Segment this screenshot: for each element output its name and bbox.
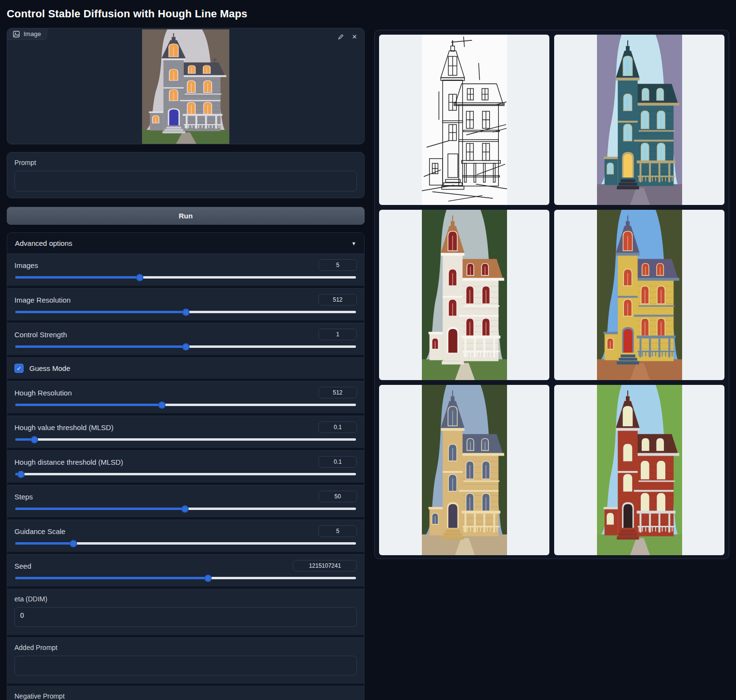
pencil-icon xyxy=(338,34,344,40)
slider-track[interactable] xyxy=(15,276,356,279)
input-image[interactable] xyxy=(142,29,229,144)
added-prompt-row: Added Prompt xyxy=(7,637,364,684)
gallery-item-result-3[interactable] xyxy=(554,210,724,380)
result-gallery xyxy=(374,30,729,559)
advanced-options-accordion: Advanced options ▼ Images5 Image Resolut… xyxy=(7,232,365,700)
slider-value-box[interactable]: 512 xyxy=(318,387,357,398)
gallery-item-hough-map[interactable] xyxy=(379,35,549,205)
slider-row-guidance-scale: Guidance Scale5 xyxy=(7,520,364,552)
slider-value-box[interactable]: 0.1 xyxy=(318,421,357,433)
slider-label: Hough Resolution xyxy=(14,389,72,397)
slider-value-box[interactable]: 5 xyxy=(318,259,357,271)
check-icon: ✓ xyxy=(16,366,21,371)
negative-prompt-row: Negative Prompt xyxy=(7,686,364,700)
run-button[interactable]: Run xyxy=(7,207,365,225)
slider-track[interactable] xyxy=(15,508,356,510)
gallery-item-result-5[interactable] xyxy=(554,385,724,555)
slider-fill[interactable] xyxy=(15,577,208,579)
slider-label: Guidance Scale xyxy=(14,527,65,535)
added-prompt-input[interactable] xyxy=(14,656,357,675)
eta-label: eta (DDIM) xyxy=(14,595,357,603)
page-title: Control Stable Diffusion with Hough Line… xyxy=(7,8,729,20)
slider-track[interactable] xyxy=(15,438,356,441)
prompt-input[interactable] xyxy=(14,171,357,191)
slider-track[interactable] xyxy=(15,473,356,475)
chevron-down-icon: ▼ xyxy=(351,241,356,246)
gallery-item-result-4[interactable] xyxy=(379,385,549,555)
slider-track[interactable] xyxy=(15,404,356,406)
edit-image-button[interactable] xyxy=(335,31,346,42)
image-actions: ✕ xyxy=(335,31,360,42)
slider-value-box[interactable]: 5 xyxy=(318,525,357,537)
image-label: Image xyxy=(24,30,41,38)
slider-track[interactable] xyxy=(15,345,356,348)
slider-value-box[interactable]: 50 xyxy=(318,491,357,502)
slider-row-hough-value-threshold: Hough value threshold (MLSD)0.1 xyxy=(7,416,364,448)
controls-column: Image ✕ Prompt Run xyxy=(7,28,365,700)
slider-value-box[interactable]: 0.1 xyxy=(318,456,357,468)
slider-label: Image Resolution xyxy=(14,296,71,304)
clear-image-button[interactable]: ✕ xyxy=(349,31,360,42)
slider-label: Images xyxy=(14,261,38,269)
slider-track[interactable] xyxy=(15,311,356,313)
gallery-item-result-1[interactable] xyxy=(554,35,724,205)
slider-row-control-strength: Control Strength1 xyxy=(7,323,364,355)
guess-mode-label: Guess Mode xyxy=(29,364,70,372)
guess-mode-checkbox[interactable]: ✓ xyxy=(14,364,24,373)
main-layout: Image ✕ Prompt Run xyxy=(7,28,729,700)
slider-row-image-resolution: Image Resolution512 xyxy=(7,288,364,320)
slider-fill[interactable] xyxy=(15,542,73,545)
slider-fill[interactable] xyxy=(15,438,34,441)
slider-fill[interactable] xyxy=(15,404,162,406)
slider-label: Seed xyxy=(14,562,31,570)
slider-value-box[interactable]: 512 xyxy=(318,294,357,305)
prompt-label: Prompt xyxy=(14,159,357,166)
gallery-item-result-2[interactable] xyxy=(379,210,549,380)
app: Control Stable Diffusion with Hough Line… xyxy=(0,0,736,700)
slider-row-hough-resolution: Hough Resolution512 xyxy=(7,381,364,413)
slider-fill[interactable] xyxy=(15,508,185,510)
advanced-options-header[interactable]: Advanced options ▼ xyxy=(7,233,364,254)
slider-label: Steps xyxy=(14,493,33,501)
negative-prompt-label: Negative Prompt xyxy=(14,692,357,700)
slider-value-box[interactable]: 1 xyxy=(318,329,357,340)
guess-mode-row: ✓ Guess Mode xyxy=(7,357,364,379)
eta-input[interactable] xyxy=(14,607,357,627)
advanced-options-body: Images5 Image Resolution512 Control Stre… xyxy=(7,254,364,700)
image-icon xyxy=(13,31,20,38)
slider-label: Control Strength xyxy=(14,331,67,339)
slider-label: Hough value threshold (MLSD) xyxy=(14,423,114,432)
slider-fill[interactable] xyxy=(15,311,186,313)
close-icon: ✕ xyxy=(352,33,357,40)
image-label-chip: Image xyxy=(7,28,47,40)
input-image-panel[interactable]: Image ✕ xyxy=(7,28,365,144)
slider-label: Hough distance threshold (MLSD) xyxy=(14,458,123,466)
prompt-panel: Prompt xyxy=(7,152,365,198)
slider-fill[interactable] xyxy=(15,473,21,475)
eta-row: eta (DDIM) xyxy=(7,589,364,635)
slider-fill[interactable] xyxy=(15,345,186,348)
slider-row-hough-distance-threshold: Hough distance threshold (MLSD)0.1 xyxy=(7,450,364,483)
advanced-options-label: Advanced options xyxy=(15,239,72,247)
slider-row-seed: Seed1215107241 xyxy=(7,554,364,586)
slider-track[interactable] xyxy=(15,542,356,545)
slider-row-steps: Steps50 xyxy=(7,485,364,517)
slider-fill[interactable] xyxy=(15,276,140,279)
slider-track[interactable] xyxy=(15,577,356,579)
slider-row-images: Images5 xyxy=(7,254,364,286)
added-prompt-label: Added Prompt xyxy=(14,644,357,651)
slider-value-box[interactable]: 1215107241 xyxy=(293,560,357,572)
